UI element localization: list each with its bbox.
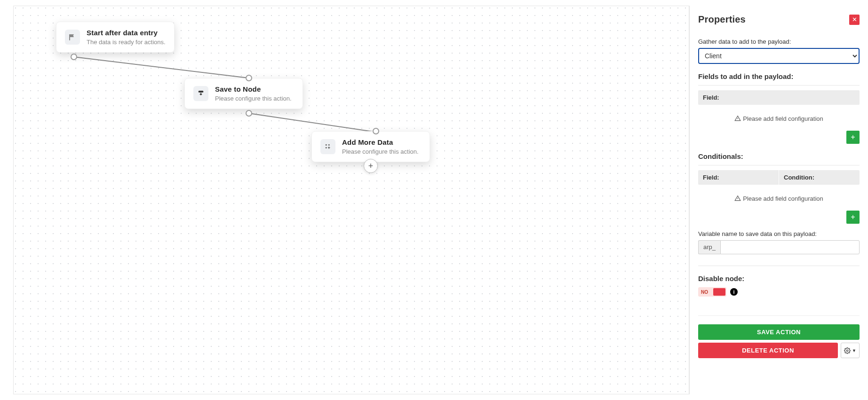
grid-plus-icon <box>320 139 335 154</box>
node-add-more[interactable]: Add More Data Please configure this acti… <box>311 131 430 162</box>
delete-action-button[interactable]: DELETE ACTION <box>698 343 838 358</box>
node-subtitle: Please configure this action. <box>215 95 292 102</box>
svg-line-0 <box>74 57 249 78</box>
varname-input[interactable] <box>720 240 860 254</box>
varname-label: Variable name to save data on this paylo… <box>698 230 860 237</box>
node-title: Save to Node <box>215 85 292 93</box>
info-icon[interactable]: i <box>730 288 738 296</box>
close-panel-button[interactable]: ✕ <box>849 15 860 25</box>
gather-select[interactable]: Client <box>698 48 860 64</box>
download-icon <box>193 86 208 101</box>
gear-icon <box>844 347 851 354</box>
caret-down-icon: ▼ <box>852 348 856 353</box>
varname-prefix: arp_ <box>698 240 720 254</box>
disable-toggle[interactable]: NO <box>698 287 726 297</box>
cond-header-condition: Condition: <box>779 170 860 185</box>
node-save[interactable]: Save to Node Please configure this actio… <box>184 78 303 109</box>
svg-rect-2 <box>199 91 204 93</box>
node-port[interactable] <box>71 54 77 60</box>
warning-icon <box>734 195 741 202</box>
disable-label: Disable node: <box>698 275 860 282</box>
node-subtitle: The data is ready for actions. <box>87 39 166 46</box>
fields-header-field: Field: <box>698 90 860 105</box>
warning-icon <box>734 115 741 122</box>
add-conditional-button[interactable]: + <box>846 211 860 224</box>
conditionals-title: Conditionals: <box>698 152 860 160</box>
gather-label: Gather data to add to the payload: <box>698 38 860 45</box>
node-subtitle: Please configure this action. <box>342 148 419 155</box>
fields-title: Fields to add in the payload: <box>698 72 860 80</box>
conditionals-empty-hint: Please add field configuration <box>698 185 860 207</box>
node-port[interactable] <box>246 75 252 81</box>
node-port[interactable] <box>373 128 379 134</box>
cond-header-field: Field: <box>698 170 779 185</box>
node-title: Start after data entry <box>87 29 166 37</box>
panel-title: Properties <box>698 14 746 25</box>
svg-point-5 <box>326 147 327 149</box>
node-port[interactable] <box>246 110 252 117</box>
fields-empty-hint: Please add field configuration <box>698 105 860 127</box>
settings-dropdown-button[interactable]: ▼ <box>841 343 860 358</box>
save-action-button[interactable]: SAVE ACTION <box>698 324 860 340</box>
workflow-canvas[interactable]: Start after data entry The data is ready… <box>13 6 689 394</box>
svg-point-3 <box>326 144 327 146</box>
node-start[interactable]: Start after data entry The data is ready… <box>56 22 175 53</box>
flag-icon <box>65 30 80 45</box>
add-field-button[interactable]: + <box>846 131 860 144</box>
add-node-button[interactable]: + <box>364 159 378 173</box>
properties-panel: Properties ✕ Gather data to add to the p… <box>689 6 868 394</box>
svg-point-6 <box>846 350 848 352</box>
node-title: Add More Data <box>342 138 419 146</box>
svg-point-4 <box>328 144 330 146</box>
svg-line-1 <box>249 113 376 132</box>
edges-layer <box>14 6 689 394</box>
